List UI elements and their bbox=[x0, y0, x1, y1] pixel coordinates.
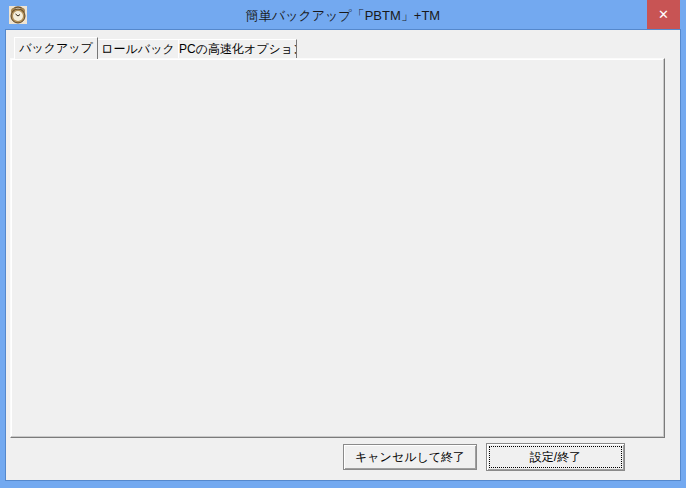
tabpage-backup bbox=[10, 58, 665, 438]
tab-backup[interactable]: バックアップ bbox=[14, 37, 98, 59]
settings-exit-button[interactable]: 設定/終了 bbox=[486, 443, 625, 471]
cancel-exit-button[interactable]: キャンセルして終了 bbox=[343, 444, 477, 470]
tab-pc-speedup[interactable]: PCの高速化オプション bbox=[178, 39, 297, 59]
window-title: 簡単バックアップ「PBTM」+TM bbox=[0, 7, 686, 25]
app-window: 簡単バックアップ「PBTM」+TM ✕ バックアップ ロールバック PCの高速化… bbox=[0, 0, 686, 488]
close-button[interactable]: ✕ bbox=[647, 0, 680, 29]
titlebar[interactable]: 簡単バックアップ「PBTM」+TM ✕ bbox=[0, 0, 686, 30]
tab-rollback[interactable]: ロールバック bbox=[97, 39, 179, 59]
focus-rectangle bbox=[490, 447, 621, 467]
